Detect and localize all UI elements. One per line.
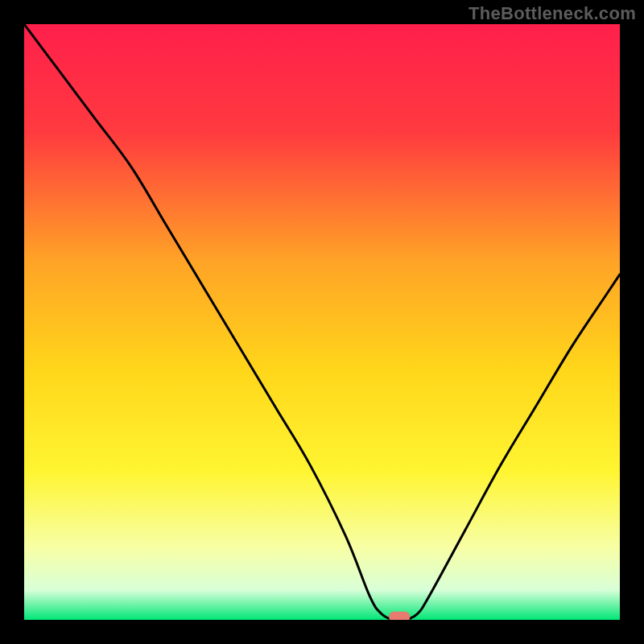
plot-area [24, 24, 620, 620]
watermark-label: TheBottleneck.com [469, 3, 636, 24]
chart-frame: TheBottleneck.com [0, 0, 644, 644]
minimum-marker [389, 612, 410, 620]
bottleneck-chart [24, 24, 620, 620]
chart-background [24, 24, 620, 620]
